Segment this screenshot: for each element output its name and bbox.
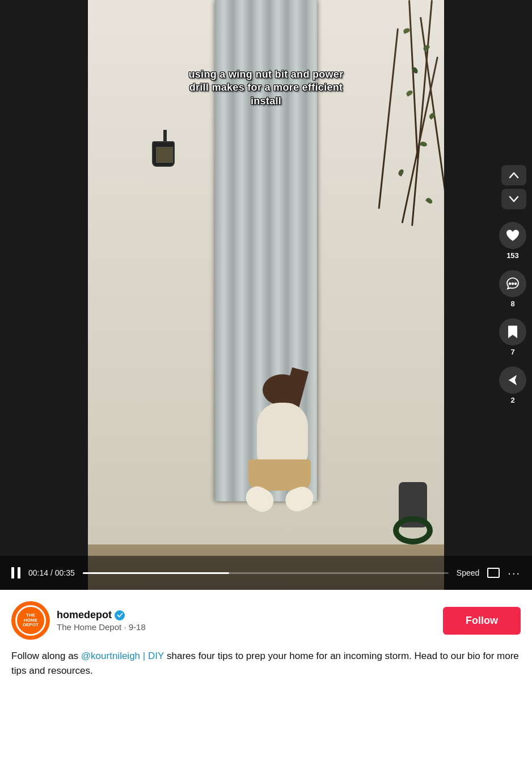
creator-info: homedepot The Home Depot · 9-18: [57, 609, 146, 632]
verified-badge: [115, 610, 125, 620]
progress-bar[interactable]: [83, 572, 449, 574]
bookmark-group: 7: [499, 318, 526, 356]
avatar[interactable]: THEHOMEDEPOT: [11, 601, 50, 640]
time-display: 00:14 / 00:35: [28, 568, 75, 577]
more-options-button[interactable]: ···: [508, 567, 521, 580]
video-caption-overlay: using a wing nut bit and power drill mak…: [187, 68, 345, 108]
nav-arrows: [501, 165, 526, 209]
caption-prefix: Follow along as: [11, 651, 81, 661]
progress-fill: [83, 572, 229, 574]
nav-up-arrow[interactable]: [501, 165, 526, 185]
comment-button[interactable]: [499, 270, 526, 297]
creator-subtitle: The Home Depot · 9-18: [57, 622, 146, 632]
share-group: 2: [499, 366, 526, 404]
creator-left: THEHOMEDEPOT homedepot The Home Depot · …: [11, 601, 146, 640]
video-player[interactable]: using a wing nut bit and power drill mak…: [0, 0, 532, 590]
bookmark-count: 7: [510, 348, 514, 356]
svg-point-2: [514, 282, 517, 285]
follow-button[interactable]: Follow: [443, 607, 521, 635]
caption-mention[interactable]: @kourtnileigh | DIY: [81, 651, 164, 661]
like-count: 153: [506, 251, 519, 260]
share-button[interactable]: [499, 366, 526, 394]
video-controls-bar: 00:14 / 00:35 Speed ···: [0, 556, 532, 590]
comment-group: 8: [499, 270, 526, 308]
creator-name-row: homedepot: [57, 609, 146, 621]
hose-reel: [399, 476, 433, 544]
creator-row: THEHOMEDEPOT homedepot The Home Depot · …: [11, 601, 521, 640]
video-main-area: using a wing nut bit and power drill mak…: [88, 0, 444, 590]
svg-point-1: [512, 282, 514, 285]
svg-point-0: [509, 282, 511, 285]
like-button[interactable]: [499, 222, 526, 249]
action-buttons: 153 8 7: [499, 222, 526, 404]
creator-username[interactable]: homedepot: [57, 609, 112, 621]
comment-count: 8: [510, 299, 514, 308]
speed-label[interactable]: Speed: [457, 568, 479, 577]
person-figure: [229, 340, 353, 556]
post-caption: Follow along as @kourtnileigh | DIY shar…: [11, 649, 521, 679]
fullscreen-button[interactable]: [487, 568, 500, 578]
share-count: 2: [510, 396, 514, 404]
like-group: 153: [499, 222, 526, 260]
post-info-section: THEHOMEDEPOT homedepot The Home Depot · …: [0, 590, 532, 688]
nav-down-arrow[interactable]: [501, 189, 526, 209]
bookmark-button[interactable]: [499, 318, 526, 345]
pause-button[interactable]: [11, 567, 20, 578]
wall-lamp: [152, 130, 180, 170]
